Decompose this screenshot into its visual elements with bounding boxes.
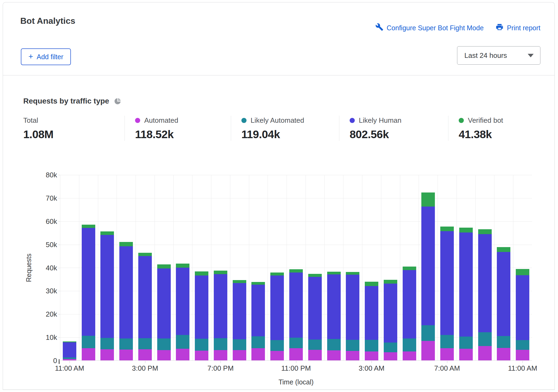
header-links: Configure Super Bot Fight Mode Print rep… — [375, 23, 540, 33]
segment-likely-human — [346, 275, 359, 340]
y-tick-mark — [58, 291, 60, 291]
segment-verified-bot — [138, 253, 152, 256]
configure-link-label: Configure Super Bot Fight Mode — [387, 24, 484, 32]
bar-1000pm[interactable] — [270, 273, 284, 360]
configure-super-bot-fight-mode-link[interactable]: Configure Super Bot Fight Mode — [375, 23, 484, 33]
bar-200am[interactable] — [346, 272, 359, 360]
bar-700am[interactable] — [440, 227, 454, 360]
bar-1200am[interactable] — [308, 274, 322, 360]
segment-automated — [308, 350, 322, 361]
segment-verified-bot — [233, 280, 246, 283]
bar-100pm[interactable] — [100, 231, 114, 360]
stat-automated: Automated 118.52k — [124, 116, 231, 141]
bar-800pm[interactable] — [233, 280, 246, 360]
bar-200pm[interactable] — [119, 242, 133, 360]
x-tick-mark — [145, 361, 145, 363]
y-tick-label: 10k — [23, 333, 57, 342]
y-tick-label: 30k — [23, 287, 57, 295]
stat-likely-human-value: 802.56k — [350, 128, 448, 141]
stat-total: Total 1.08M — [23, 116, 124, 141]
bar-400pm[interactable] — [157, 264, 171, 360]
segment-likely-automated — [82, 336, 95, 348]
stat-automated-value: 118.52k — [135, 128, 231, 141]
time-range-value: Last 24 hours — [464, 51, 507, 60]
segment-verified-bot — [365, 282, 378, 286]
segment-likely-automated — [440, 335, 454, 348]
segment-verified-bot — [119, 242, 133, 246]
segment-automated — [100, 349, 114, 360]
bar-400am[interactable] — [384, 280, 397, 360]
stat-likely-automated-value: 119.04k — [241, 128, 339, 141]
x-axis-title: Time (local) — [278, 378, 314, 386]
bar-500pm[interactable] — [176, 264, 189, 360]
segment-verified-bot — [214, 271, 227, 274]
segment-verified-bot — [100, 231, 114, 235]
requests-bar-chart: Requests 010k20k30k40k50k60k70k80k Time … — [23, 175, 554, 390]
segment-verified-bot — [289, 269, 303, 272]
bar-700pm[interactable] — [214, 271, 227, 360]
bar-800am[interactable] — [459, 228, 473, 360]
bar-500am[interactable] — [403, 267, 416, 360]
bar-900am[interactable] — [478, 229, 492, 360]
segment-automated — [119, 350, 133, 360]
print-report-link[interactable]: Print report — [495, 23, 540, 33]
segment-likely-automated — [346, 340, 359, 351]
segment-verified-bot — [516, 269, 529, 275]
add-filter-button[interactable]: + Add filter — [21, 48, 71, 65]
section-title: Requests by traffic type — [23, 97, 109, 105]
segment-automated — [516, 350, 529, 361]
segment-likely-automated — [384, 343, 397, 352]
bar-300am[interactable] — [365, 282, 378, 360]
segment-likely-human — [384, 284, 397, 343]
segment-likely-automated — [233, 339, 246, 350]
time-range-dropdown[interactable]: Last 24 hours — [457, 46, 540, 65]
segment-verified-bot — [403, 267, 416, 270]
segment-automated — [327, 350, 341, 360]
y-tick-label: 80k — [23, 171, 57, 179]
segment-likely-human — [82, 228, 95, 336]
x-tick-mark — [372, 361, 372, 363]
likely-automated-dot-icon — [241, 118, 247, 123]
pie-chart-icon — [114, 98, 121, 105]
y-tick-label: 0 — [23, 357, 57, 365]
segment-likely-human — [157, 268, 171, 338]
bar-300pm[interactable] — [138, 253, 152, 360]
segment-automated — [233, 350, 246, 360]
segment-verified-bot — [157, 264, 171, 268]
y-tick-label: 70k — [23, 194, 57, 202]
y-tick-mark — [58, 314, 60, 314]
bar-1200pm[interactable] — [82, 225, 95, 360]
segment-verified-bot — [497, 247, 510, 252]
x-tick-label: 7:00 AM — [434, 364, 460, 373]
segment-likely-human — [270, 275, 284, 340]
bar-1000am[interactable] — [497, 247, 510, 360]
x-tick-mark — [447, 361, 447, 363]
stat-likely-automated: Likely Automated 119.04k — [231, 116, 339, 141]
segment-verified-bot — [251, 282, 265, 285]
bar-1100pm[interactable] — [289, 269, 303, 360]
segment-automated — [251, 348, 265, 361]
x-tick-mark — [296, 361, 296, 363]
bar-600pm[interactable] — [195, 271, 208, 360]
segment-likely-automated — [403, 338, 416, 351]
bar-900pm[interactable] — [251, 282, 265, 360]
x-tick-mark — [221, 361, 221, 363]
segment-likely-automated — [100, 338, 114, 349]
bar-600am[interactable] — [421, 192, 435, 360]
bar-1100am[interactable] — [63, 341, 76, 360]
y-axis-labels: 010k20k30k40k50k60k70k80k — [23, 175, 57, 361]
page-title: Bot Analytics — [20, 16, 75, 26]
segment-likely-automated — [214, 338, 227, 350]
segment-likely-human — [63, 342, 76, 357]
segment-likely-automated — [270, 340, 284, 351]
bar-1100am[interactable] — [516, 269, 529, 360]
segment-verified-bot — [82, 225, 95, 228]
x-tick-label: 11:00 AM — [508, 364, 537, 373]
segment-automated — [346, 351, 359, 360]
x-tick-label: 3:00 AM — [359, 364, 384, 373]
traffic-type-legend: Total 1.08M Automated 118.52k Likely Aut… — [23, 116, 554, 141]
segment-verified-bot — [421, 192, 435, 207]
bar-100am[interactable] — [327, 272, 341, 360]
automated-dot-icon — [135, 118, 140, 123]
y-axis-origin-tick — [59, 359, 60, 364]
